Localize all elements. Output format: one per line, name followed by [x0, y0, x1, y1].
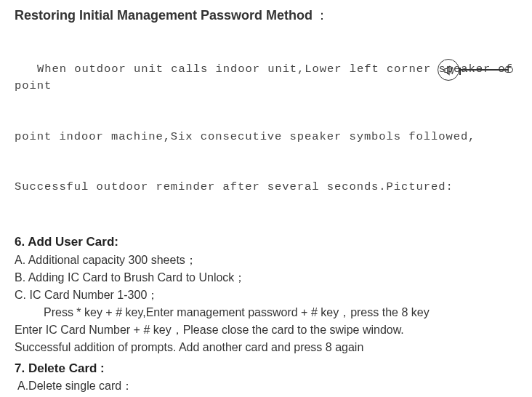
restore-intro-line3: Successful outdoor reminder after severa…	[15, 179, 517, 196]
sec6-item-b: B. Adding IC Card to Brush Card to Unloc…	[15, 269, 517, 286]
restore-heading-colon: ：	[315, 8, 329, 23]
sec6-step2: Enter IC Card Number + # key，Please clos…	[15, 321, 517, 339]
section-6-title: 6. Add User Card:	[15, 233, 517, 252]
sec6-step1: Press * key + # key,Enter management pas…	[15, 304, 517, 321]
sec6-item-c: C. IC Card Number 1-300；	[15, 286, 517, 304]
sec6-item-a: A. Additional capacity 300 sheets；	[15, 252, 517, 269]
sec6-step3: Successful addition of prompts. Add anot…	[15, 339, 517, 356]
restore-heading-text: Restoring Initial Management Password Me…	[15, 8, 313, 23]
restore-intro-line2: point indoor machine,Six consecutive spe…	[15, 129, 517, 145]
sec7-a: A.Delete single card：	[17, 377, 517, 395]
section-7-title: 7. Delete Card :	[15, 359, 517, 378]
restore-intro: When outdoor unit calls indoor unit,Lowe…	[15, 27, 517, 230]
restore-heading: Restoring Initial Management Password Me…	[15, 6, 517, 25]
document-page: Restoring Initial Management Password Me…	[0, 0, 532, 397]
restore-intro-line1: When outdoor unit calls indoor unit,Lowe…	[15, 61, 517, 95]
